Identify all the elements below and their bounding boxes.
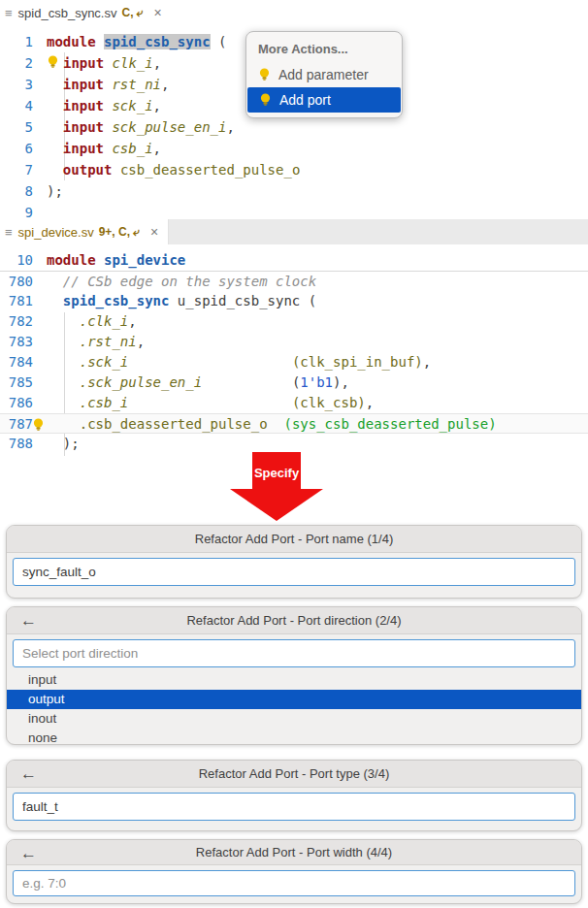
port-type-input[interactable]: [13, 793, 575, 821]
tab-decorations: C, ⤶: [121, 6, 143, 19]
code-text: .sck_i (clk_spi_in_buf),: [47, 352, 431, 373]
code-text: spid_csb_sync u_spid_csb_sync (: [47, 291, 316, 311]
quickinput-port-width: ← Refactor Add Port - Port width (4/4): [6, 839, 582, 904]
line-number: 786: [0, 393, 47, 413]
line-number: 783: [0, 332, 47, 352]
direction-option-inout[interactable]: inout: [7, 709, 581, 729]
editor-more-icon[interactable]: ≡: [0, 219, 15, 244]
line-number: 7: [0, 159, 47, 180]
code-line[interactable]: 784 .sck_i (clk_spi_in_buf),: [0, 352, 588, 373]
port-name-input[interactable]: [13, 558, 575, 586]
code-line[interactable]: 787 .csb_deasserted_pulse_o (sys_csb_dea…: [0, 413, 588, 434]
tab-bar-filler: [172, 0, 588, 25]
line-number: 2: [0, 52, 47, 74]
code-line[interactable]: 781 spid_csb_sync u_spid_csb_sync (: [0, 291, 588, 311]
editor-spi-device: ≡ spi_device.sv 9+, C, ⤶ × 10module spi_…: [0, 219, 588, 454]
editor-spid-csb-sync: ≡ spid_csb_sync.sv C, ⤶ × 1module spid_c…: [0, 0, 588, 219]
tab-filename: spi_device.sv: [18, 225, 94, 240]
line-number: 8: [0, 180, 47, 202]
line-number: 10: [0, 250, 47, 271]
tab-spi-device[interactable]: spi_device.sv 9+, C, ⤶ ×: [15, 219, 170, 244]
port-width-input[interactable]: [13, 870, 575, 896]
direction-option-none[interactable]: none: [7, 729, 581, 745]
line-number: 4: [0, 95, 47, 116]
menu-item-add-parameter[interactable]: Add parameter: [246, 62, 402, 87]
back-arrow-icon[interactable]: ←: [20, 840, 37, 867]
direction-option-input[interactable]: input: [7, 670, 581, 690]
lightbulb-icon: [258, 68, 271, 81]
code-line[interactable]: 788 );: [0, 434, 588, 454]
code-area-2[interactable]: 10module spi_device780 // CSb edge on th…: [0, 244, 588, 454]
port-direction-input[interactable]: [13, 639, 575, 667]
code-text: .rst_ni,: [47, 332, 145, 352]
editor-more-icon[interactable]: ≡: [0, 0, 15, 25]
line-number: 3: [0, 74, 47, 95]
code-text: input sck_i,: [47, 95, 161, 116]
direction-option-output[interactable]: output: [7, 690, 581, 709]
dialog-header: ← Refactor Add Port - Port width (4/4): [7, 840, 581, 865]
code-text: input clk_i,: [47, 52, 161, 74]
dialog-title: Refactor Add Port - Port name (1/4): [195, 532, 393, 546]
tab-bar-2: ≡ spi_device.sv 9+, C, ⤶ ×: [0, 219, 588, 244]
back-arrow-icon[interactable]: ←: [20, 761, 37, 788]
code-text: output csb_deasserted_pulse_o: [47, 159, 300, 180]
menu-item-label: Add parameter: [278, 67, 369, 82]
code-line[interactable]: 785 .sck_pulse_en_i (1'b1),: [0, 373, 588, 393]
code-text: .csb_deasserted_pulse_o (sys_csb_deasser…: [47, 414, 497, 433]
code-line[interactable]: 10module spi_device: [0, 250, 588, 271]
line-number: 780: [0, 272, 47, 291]
specify-arrow: Specify: [230, 452, 323, 520]
dialog-title: Refactor Add Port - Port width (4/4): [196, 845, 392, 859]
arrow-head-icon: [230, 489, 323, 521]
menu-item-add-port[interactable]: Add port: [247, 87, 401, 113]
code-line[interactable]: 782 .clk_i,: [0, 311, 588, 332]
dialog-header: ← Refactor Add Port - Port direction (2/…: [7, 607, 581, 634]
menu-header: More Actions...: [246, 38, 402, 62]
dialog-title: Refactor Add Port - Port direction (2/4): [186, 613, 401, 628]
dialog-header: Refactor Add Port - Port name (1/4): [7, 526, 581, 553]
dialog-title: Refactor Add Port - Port type (3/4): [199, 766, 390, 781]
tab-spid-csb-sync[interactable]: spid_csb_sync.sv C, ⤶ ×: [15, 0, 172, 25]
code-line[interactable]: 8);: [0, 180, 588, 202]
line-number: 1: [0, 31, 47, 52]
direction-options-list: inputoutputinoutnone: [7, 667, 581, 745]
line-number: 784: [0, 352, 47, 373]
back-arrow-icon[interactable]: ←: [20, 607, 37, 634]
code-line[interactable]: 5 input sck_pulse_en_i,: [0, 116, 588, 138]
code-text: );: [47, 180, 63, 202]
line-number: 782: [0, 311, 47, 332]
quickinput-port-name: Refactor Add Port - Port name (1/4): [6, 525, 582, 599]
dialog-header: ← Refactor Add Port - Port type (3/4): [7, 761, 581, 788]
line-number: 785: [0, 373, 47, 393]
code-text: // CSb edge on the system clock: [47, 272, 316, 291]
line-number: 788: [0, 434, 47, 454]
line-number: 6: [0, 138, 47, 159]
code-text: .sck_pulse_en_i (1'b1),: [47, 373, 349, 393]
code-text: .clk_i,: [47, 311, 137, 332]
menu-item-label: Add port: [279, 92, 331, 108]
code-line[interactable]: 783 .rst_ni,: [0, 332, 588, 352]
tab-bar-filler: [169, 219, 588, 244]
code-text: module spid_csb_sync (: [47, 31, 226, 52]
tab-filename: spid_csb_sync.sv: [18, 6, 117, 20]
line-number: 5: [0, 116, 47, 138]
code-text: input csb_i,: [47, 138, 161, 159]
lightbulb-icon: [47, 53, 63, 75]
code-line[interactable]: 786 .csb_i (clk_csb),: [0, 393, 588, 413]
quickinput-port-type: ← Refactor Add Port - Port type (3/4): [6, 760, 582, 831]
code-action-menu: More Actions... Add parameterAdd port: [245, 31, 403, 118]
code-text: input sck_pulse_en_i,: [47, 116, 235, 138]
tab-bar-1: ≡ spid_csb_sync.sv C, ⤶ ×: [0, 0, 588, 25]
code-text: );: [47, 434, 80, 454]
quickinput-port-direction: ← Refactor Add Port - Port direction (2/…: [6, 606, 582, 745]
screenshot-root: ≡ spid_csb_sync.sv C, ⤶ × 1module spid_c…: [0, 0, 588, 908]
tab-decorations: 9+, C, ⤶: [99, 225, 140, 239]
arrow-label: Specify: [230, 466, 323, 480]
code-text: input rst_ni,: [47, 74, 169, 95]
close-icon[interactable]: ×: [148, 224, 160, 240]
code-line[interactable]: 780 // CSb edge on the system clock: [0, 271, 588, 291]
code-line[interactable]: 6 input csb_i,: [0, 138, 588, 159]
close-icon[interactable]: ×: [152, 5, 164, 20]
code-text: module spi_device: [47, 250, 185, 271]
code-line[interactable]: 7 output csb_deasserted_pulse_o: [0, 159, 588, 180]
